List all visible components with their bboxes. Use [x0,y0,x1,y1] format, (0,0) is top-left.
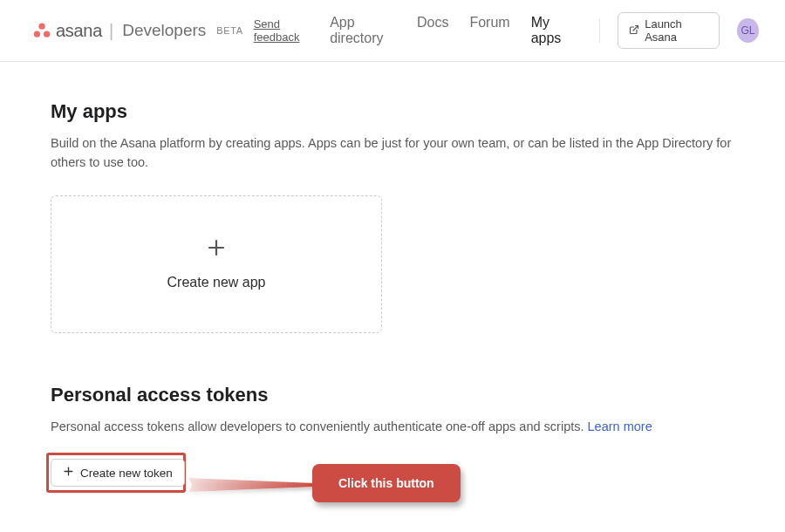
brand-separator: | [109,21,113,41]
brand-developers: Developers [122,21,206,40]
my-apps-title: My apps [51,100,734,123]
top-header: asana | Developers BETA Send feedback Ap… [0,0,785,62]
nav-forum[interactable]: Forum [469,15,509,46]
token-row: Create new token Click this button [51,459,734,520]
annotation-callout: Click this button [312,464,461,502]
plus-icon [206,237,227,263]
create-app-label: Create new app [167,275,266,290]
my-apps-description: Build on the Asana platform by creating … [51,133,734,173]
primary-nav: App directory Docs Forum My apps [330,15,573,46]
personal-access-tokens-section: Personal access tokens Personal access t… [51,384,734,520]
brand-block: asana | Developers BETA Send feedback [33,17,300,44]
svg-point-1 [34,31,40,38]
pat-title: Personal access tokens [51,384,734,406]
pat-description: Personal access tokens allow developers … [51,417,734,436]
launch-asana-label: Launch Asana [645,17,708,44]
annotation-callout-text: Click this button [338,476,434,490]
header-divider [599,18,600,43]
asana-logo-icon [33,23,51,38]
svg-line-3 [633,25,638,31]
send-feedback-link[interactable]: Send feedback [254,17,301,44]
create-new-token-button[interactable]: Create new token [51,459,185,487]
learn-more-link[interactable]: Learn more [588,419,652,433]
plus-icon [63,466,74,480]
create-new-app-card[interactable]: Create new app [51,195,382,333]
svg-point-2 [44,31,50,38]
launch-asana-button[interactable]: Launch Asana [618,12,720,49]
my-apps-section: My apps Build on the Asana platform by c… [51,100,734,333]
pat-description-text: Personal access tokens allow developers … [51,419,588,433]
nav-my-apps[interactable]: My apps [531,15,574,46]
main-content: My apps Build on the Asana platform by c… [0,62,785,520]
create-token-label: Create new token [80,467,173,480]
nav-app-directory[interactable]: App directory [330,15,396,46]
beta-badge: BETA [216,25,242,36]
annotation-arrow-icon [187,473,317,508]
brand-name: asana [56,21,102,41]
user-avatar[interactable]: GL [737,18,759,43]
svg-point-0 [38,24,44,30]
external-link-icon [629,24,639,38]
nav-docs[interactable]: Docs [417,15,448,46]
